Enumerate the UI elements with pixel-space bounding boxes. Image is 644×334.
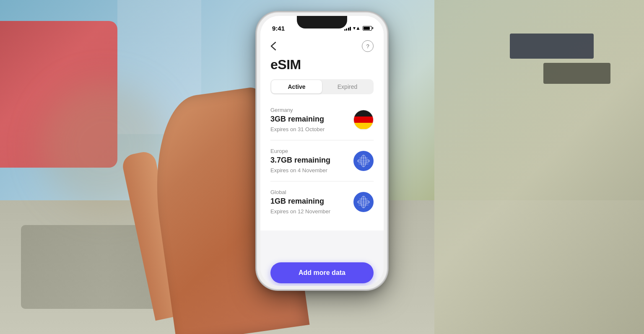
- page-title-section: eSIM: [260, 57, 384, 79]
- notch: [297, 16, 347, 28]
- plan-expiry-germany: Expires on 31 October: [270, 126, 353, 132]
- plan-data-europe: 3.7GB remaining: [270, 156, 353, 165]
- signal-icon: [344, 26, 351, 31]
- help-button[interactable]: ?: [362, 40, 374, 52]
- app-header: ?: [260, 37, 384, 57]
- phone-screen: 9:41 ▾▲: [260, 16, 384, 286]
- globe-svg-global: [357, 195, 370, 209]
- cta-section: Add more data: [260, 256, 384, 286]
- plan-region-europe: Europe: [270, 148, 353, 154]
- tab-bar: Active Expired: [260, 79, 384, 99]
- status-time: 9:41: [272, 25, 285, 32]
- spacer: [260, 222, 384, 230]
- globe-svg-europe: [357, 154, 370, 168]
- plan-info-global: Global 1GB remaining Expires on 12 Novem…: [270, 189, 353, 215]
- page-title: eSIM: [270, 57, 374, 72]
- bottom-section: [260, 230, 384, 256]
- germany-flag-icon: [353, 110, 374, 130]
- app-main: ? eSIM Active Expired: [260, 37, 384, 230]
- plan-region-germany: Germany: [270, 107, 353, 113]
- tab-expired[interactable]: Expired: [322, 80, 373, 93]
- bg-sign-2: [543, 63, 610, 84]
- plan-data-germany: 3GB remaining: [270, 115, 353, 124]
- bg-sign-1: [510, 34, 594, 59]
- plan-region-global: Global: [270, 189, 353, 195]
- tab-container: Active Expired: [270, 79, 374, 94]
- status-bar: 9:41 ▾▲: [260, 16, 384, 37]
- europe-globe-icon: [353, 151, 374, 171]
- phone-device: 9:41 ▾▲: [257, 13, 387, 289]
- battery-icon: [363, 26, 372, 31]
- battery-fill: [364, 27, 370, 30]
- plans-list: Germany 3GB remaining Expires on 31 Octo…: [260, 99, 384, 222]
- phone-frame: 9:41 ▾▲: [257, 13, 387, 289]
- plan-item-germany[interactable]: Germany 3GB remaining Expires on 31 Octo…: [270, 99, 374, 140]
- plan-item-global[interactable]: Global 1GB remaining Expires on 12 Novem…: [270, 181, 374, 222]
- plan-info-europe: Europe 3.7GB remaining Expires on 4 Nove…: [270, 148, 353, 173]
- add-more-data-button[interactable]: Add more data: [270, 262, 374, 283]
- global-globe-icon: [353, 192, 374, 212]
- status-icons: ▾▲: [344, 25, 372, 31]
- wifi-icon: ▾▲: [353, 25, 361, 31]
- tab-active[interactable]: Active: [271, 80, 322, 93]
- plan-info-germany: Germany 3GB remaining Expires on 31 Octo…: [270, 107, 353, 132]
- plan-expiry-global: Expires on 12 November: [270, 208, 353, 215]
- plan-item-europe[interactable]: Europe 3.7GB remaining Expires on 4 Nove…: [270, 140, 374, 181]
- plan-expiry-europe: Expires on 4 November: [270, 167, 353, 173]
- plan-data-global: 1GB remaining: [270, 197, 353, 206]
- help-icon: ?: [366, 43, 369, 49]
- back-button[interactable]: [270, 41, 283, 51]
